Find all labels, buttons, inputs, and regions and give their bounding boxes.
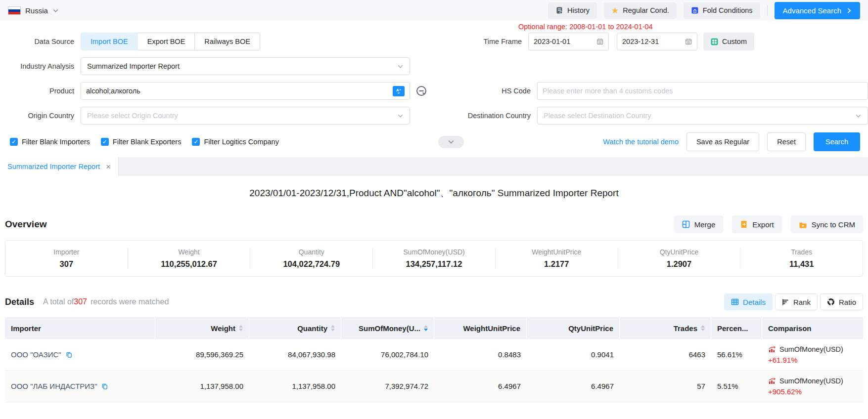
importer-link[interactable]: ООО "ЛАБ ИНДАСТРИЗ" <box>11 382 149 390</box>
industry-analysis-label: Industry Analysis <box>0 62 81 70</box>
collapse-form-button[interactable] <box>438 136 464 148</box>
country-selector[interactable]: Russia <box>8 6 59 15</box>
industry-analysis-select[interactable]: Summarized Importer Report <box>81 57 410 75</box>
hs-code-value[interactable] <box>543 87 863 95</box>
cell-comparison: SumOfMoney(USD) +61.91% <box>762 345 863 364</box>
view-ratio-button[interactable]: Ratio <box>820 293 863 310</box>
col-importer[interactable]: Importer <box>5 317 155 339</box>
result-tab-label: Summarized Importer Report <box>7 163 100 170</box>
export-button[interactable]: Export <box>732 215 781 233</box>
reset-button[interactable]: Reset <box>767 132 806 151</box>
history-label: History <box>567 6 590 14</box>
custom-icon <box>711 38 718 45</box>
col-weight[interactable]: Weight <box>155 317 249 339</box>
cell-quantity: 84,067,930.98 <box>249 350 341 359</box>
total-prefix: A total of <box>43 297 74 306</box>
stat-value: 11,431 <box>740 259 863 269</box>
col-qty-unit-price[interactable]: QtyUnitPrice <box>527 317 620 339</box>
importer-link[interactable]: ООО "ОАЗИС" <box>11 350 149 359</box>
tab-export-boe[interactable]: Export BOE <box>138 33 195 50</box>
copy-icon[interactable] <box>65 351 73 358</box>
sort-icon[interactable] <box>239 325 243 331</box>
report-title: 2023/01/01-2023/12/31,Product AND"alcoho… <box>5 187 863 200</box>
save-as-regular-button[interactable]: Save as Regular <box>686 132 759 151</box>
col-sum-of-money[interactable]: SumOfMoney(U... <box>341 317 434 339</box>
fold-conditions-button[interactable]: Fold Conditions <box>684 2 760 19</box>
sort-icon[interactable] <box>701 325 705 331</box>
tab-import-boe[interactable]: Import BOE <box>81 33 138 50</box>
product-label: Product <box>0 87 81 95</box>
end-date-value[interactable] <box>622 38 685 45</box>
col-percentage[interactable]: Percen... <box>711 317 762 339</box>
filter-logitics-company-checkbox[interactable]: ✓ Filter Logitics Company <box>192 138 279 146</box>
product-value[interactable] <box>86 87 393 95</box>
russia-flag-icon <box>8 6 21 15</box>
col-quantity[interactable]: Quantity <box>249 317 341 339</box>
view-details-label: Details <box>743 298 766 306</box>
folder-sync-icon <box>799 221 807 228</box>
advanced-search-button[interactable]: Advanced Search <box>775 2 860 19</box>
col-weight-unit-price[interactable]: WeightUnitPrice <box>434 317 527 339</box>
history-icon <box>555 6 563 14</box>
overview-heading: Overview <box>5 219 47 230</box>
stat-qty-unit-price: QtyUnitPrice 1.2907 <box>618 248 740 269</box>
advanced-search-label: Advanced Search <box>783 6 841 15</box>
cell-weight-unit-price: 0.8483 <box>434 350 527 359</box>
cell-sum-of-money: 7,392,974.72 <box>341 382 434 390</box>
history-button[interactable]: History <box>548 2 597 19</box>
tutorial-demo-link[interactable]: Watch the tutorial demo <box>603 138 679 146</box>
filter-logitics-company-label: Filter Logitics Company <box>204 138 279 146</box>
search-button[interactable]: Search <box>814 132 860 151</box>
app-window: Russia History ★ Regular Cond. Fold Cond… <box>0 0 868 419</box>
col-comparison[interactable]: Comparison <box>762 317 863 339</box>
cell-quantity: 1,137,958.00 <box>249 382 341 390</box>
close-tab-icon[interactable]: × <box>106 163 111 171</box>
view-rank-label: Rank <box>793 298 811 306</box>
result-tabstrip: Summarized Importer Report × <box>0 157 868 176</box>
trend-chart-icon <box>768 345 776 353</box>
star-icon: ★ <box>611 6 619 15</box>
stat-label: SumOfMoney(USD) <box>373 248 495 256</box>
sort-icon[interactable] <box>331 325 335 331</box>
sync-to-crm-button[interactable]: Sync to CRM <box>791 215 863 233</box>
topbar-actions: History ★ Regular Cond. Fold Conditions … <box>548 2 860 19</box>
hs-code-input[interactable] <box>537 82 868 100</box>
filter-blank-exporters-checkbox[interactable]: ✓ Filter Blank Exporters <box>101 138 182 146</box>
stat-label: Quantity <box>250 248 372 256</box>
end-date-input[interactable] <box>617 33 697 50</box>
product-input[interactable]: A <box>81 82 410 100</box>
translate-icon[interactable]: A <box>393 86 405 96</box>
view-details-button[interactable]: Details <box>724 293 773 310</box>
tab-railways-boe[interactable]: Railways BOE <box>195 33 260 50</box>
details-table: Importer Weight Quantity SumOfMoney(U...… <box>5 317 863 402</box>
destination-country-placeholder: Please select Destination Country <box>544 112 855 120</box>
copy-icon[interactable] <box>101 382 108 390</box>
data-source-label: Data Source <box>0 38 81 45</box>
filter-blank-importers-checkbox[interactable]: ✓ Filter Blank Importers <box>10 138 90 146</box>
start-date-input[interactable] <box>528 33 609 50</box>
sync-to-crm-label: Sync to CRM <box>812 220 855 229</box>
view-rank-button[interactable]: Rank <box>775 293 818 310</box>
start-date-value[interactable] <box>534 38 596 45</box>
merge-button[interactable]: Merge <box>674 215 724 233</box>
merge-icon <box>682 220 690 228</box>
destination-country-select[interactable]: Please select Destination Country <box>537 107 868 125</box>
importer-name: ООО "ЛАБ ИНДАСТРИЗ" <box>11 382 97 390</box>
tab-summarized-importer-report[interactable]: Summarized Importer Report × <box>0 157 119 176</box>
regular-cond-button[interactable]: ★ Regular Cond. <box>604 2 677 19</box>
match-mode-icon[interactable] <box>415 85 427 97</box>
export-icon <box>740 220 748 228</box>
checkbox-checked-icon: ✓ <box>10 138 18 146</box>
export-label: Export <box>752 220 774 229</box>
checkbox-checked-icon: ✓ <box>101 138 109 146</box>
col-trades[interactable]: Trades <box>620 317 711 339</box>
importer-name: ООО "ОАЗИС" <box>11 350 61 359</box>
stat-label: WeightUnitPrice <box>496 248 618 256</box>
chevron-down-icon <box>855 113 862 119</box>
stat-trades: Trades 11,431 <box>740 248 863 269</box>
stat-weight-unit-price: WeightUnitPrice 1.2177 <box>496 248 618 269</box>
custom-range-button[interactable]: Custom <box>703 33 754 50</box>
origin-country-select[interactable]: Please select Origin Country <box>81 107 410 125</box>
country-label: Russia <box>25 6 48 15</box>
sort-icon-active-desc[interactable] <box>424 325 428 331</box>
